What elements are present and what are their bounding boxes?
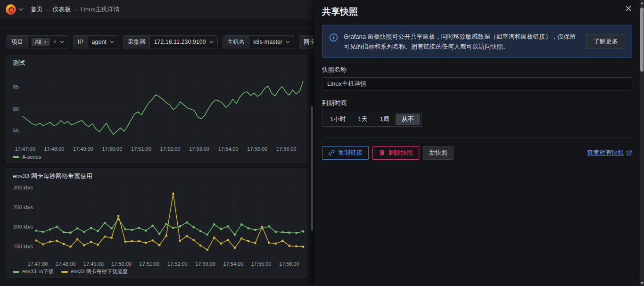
- svg-text:17:49:00: 17:49:00: [73, 146, 93, 152]
- filter-hostname-value[interactable]: k8s-master: [249, 36, 294, 48]
- expire-label: 到期时间: [322, 99, 632, 107]
- panel-ens33-bandwidth: ens33 网卡每秒网络带宽使用 150 kb/s200 kb/s250 kb/…: [7, 168, 307, 278]
- drawer-actions: 复制链接 删除快照 新快照 查看所有快照: [314, 138, 640, 160]
- chevron-down-icon: [110, 41, 114, 43]
- drawer-title: 共享快照: [322, 6, 358, 18]
- breadcrumb-item[interactable]: 仪表板: [52, 5, 71, 14]
- filter-collector-selected: 172.16.11.230:9100: [154, 39, 206, 45]
- legend-series-name: ens33 网卡每秒下载流量: [71, 268, 128, 275]
- delete-snapshot-button[interactable]: 删除快照: [372, 146, 419, 160]
- scroll-up-icon[interactable]: [640, 0, 644, 6]
- filter-collector-value[interactable]: 172.16.11.230:9100: [150, 36, 217, 48]
- filter-project-label: 项目: [7, 36, 28, 48]
- snapshot-name-input[interactable]: [322, 77, 632, 90]
- filter-row: 项目All××IPagent采集器172.16.11.230:9100主机名k8…: [7, 35, 314, 49]
- svg-text:17:56:00: 17:56:00: [279, 261, 299, 267]
- alert-text: Grafana 面板快照可公开共享面板，同时移除敏感数据（如查询和面板链接），仅…: [344, 32, 581, 52]
- svg-text:17:54:00: 17:54:00: [218, 146, 239, 152]
- svg-text:17:55:00: 17:55:00: [251, 261, 272, 267]
- grafana-logo-icon[interactable]: [6, 4, 16, 15]
- nav-chevron-down-icon[interactable]: [19, 8, 23, 11]
- link-icon: [328, 149, 335, 156]
- legend-item[interactable]: ens33 网卡每秒下载流量: [61, 268, 128, 275]
- copy-link-button[interactable]: 复制链接: [322, 146, 369, 160]
- filter-ip-value[interactable]: agent: [88, 36, 118, 48]
- share-snapshot-drawer: 共享快照 Grafana 面板快照可公开共享面板，同时移除敏感数据（如查询和面板…: [314, 0, 640, 286]
- expire-radio-group: 1小时1天1周从不: [322, 112, 422, 127]
- svg-text:55: 55: [13, 128, 19, 133]
- panel-title[interactable]: ens33 网卡每秒网络带宽使用: [13, 172, 92, 180]
- filter-tag[interactable]: All×: [32, 38, 50, 46]
- svg-text:200 kb/s: 200 kb/s: [13, 224, 33, 229]
- tag-remove-icon[interactable]: ×: [43, 39, 46, 45]
- svg-text:17:55:00: 17:55:00: [247, 146, 267, 152]
- svg-text:17:53:00: 17:53:00: [195, 261, 215, 267]
- snapshot-form: 快照名称 到期时间 1小时1天1周从不: [314, 65, 640, 127]
- filter-ip: IPagent: [73, 35, 118, 49]
- close-icon[interactable]: [626, 5, 632, 11]
- legend-item[interactable]: ens33_in下载: [13, 268, 54, 275]
- expire-option-2[interactable]: 1周: [373, 114, 395, 125]
- svg-text:17:49:00: 17:49:00: [83, 261, 104, 267]
- filter-collector: 采集器172.16.11.230:9100: [123, 35, 218, 49]
- view-all-snapshots-link[interactable]: 查看所有快照: [587, 148, 632, 157]
- chart-canvas-ens33[interactable]: 150 kb/s200 kb/s250 kb/s300 kb/s17:47:00…: [7, 169, 307, 278]
- legend-color-chip: [61, 271, 68, 273]
- scrollbar-thumb[interactable]: [640, 8, 644, 72]
- breadcrumb-item[interactable]: 首页: [31, 5, 43, 14]
- svg-text:17:50:00: 17:50:00: [102, 146, 122, 152]
- svg-text:65: 65: [13, 84, 19, 90]
- filter-hostname-label: 主机名: [223, 36, 250, 48]
- legend-color-chip: [13, 156, 19, 158]
- svg-text:17:51:00: 17:51:00: [140, 261, 160, 267]
- filter-project: 项目All××: [7, 35, 68, 49]
- svg-text:17:48:00: 17:48:00: [56, 261, 76, 267]
- expire-option-3[interactable]: 从不: [396, 114, 420, 125]
- filter-project-value[interactable]: All××: [28, 36, 68, 48]
- svg-text:300 kb/s: 300 kb/s: [13, 185, 33, 190]
- breadcrumb-item[interactable]: Linux主机详情: [81, 5, 120, 14]
- svg-text:17:47:00: 17:47:00: [15, 146, 35, 152]
- chevron-down-icon: [209, 41, 214, 43]
- svg-text:17:53:00: 17:53:00: [189, 146, 209, 152]
- legend-item[interactable]: A-series: [13, 154, 41, 160]
- drawer-header: 共享快照: [314, 0, 640, 23]
- chart-legend: A-series: [13, 154, 41, 160]
- scroll-down-icon[interactable]: [640, 280, 644, 286]
- expire-option-1[interactable]: 1天: [352, 114, 373, 125]
- copy-link-label: 复制链接: [338, 148, 363, 157]
- svg-text:17:56:00: 17:56:00: [276, 146, 297, 152]
- filter-hostname: 主机名k8s-master: [223, 35, 294, 49]
- view-all-label: 查看所有快照: [587, 148, 624, 157]
- trash-icon: [379, 149, 385, 156]
- panel-test: 测试 55606517:47:0017:48:0017:49:0017:50:0…: [7, 55, 307, 163]
- svg-text:17:47:00: 17:47:00: [28, 261, 48, 267]
- svg-text:17:48:00: 17:48:00: [44, 146, 64, 152]
- svg-text:17:50:00: 17:50:00: [111, 261, 132, 267]
- breadcrumb: 首页›仪表板›Linux主机详情: [31, 5, 120, 14]
- panel-title[interactable]: 测试: [13, 59, 25, 67]
- clear-icon[interactable]: ×: [53, 39, 57, 45]
- top-nav: 首页›仪表板›Linux主机详情: [0, 0, 314, 19]
- browser-scrollbar[interactable]: [640, 0, 644, 286]
- new-snapshot-label: 新快照: [429, 148, 447, 157]
- filter-ip-selected: agent: [92, 39, 107, 45]
- legend-series-name: ens33_in下载: [22, 268, 54, 275]
- breadcrumb-separator: ›: [47, 6, 49, 13]
- delete-snapshot-label: 删除快照: [388, 148, 413, 157]
- chevron-down-icon: [286, 41, 290, 43]
- svg-text:150 kb/s: 150 kb/s: [13, 244, 33, 249]
- svg-text:17:52:00: 17:52:00: [160, 146, 181, 152]
- learn-more-button[interactable]: 了解更多: [586, 34, 625, 49]
- expire-option-0[interactable]: 1小时: [324, 114, 352, 125]
- filter-tag-label: All: [35, 39, 41, 45]
- breadcrumb-separator: ›: [74, 6, 76, 13]
- filter-ip-label: IP: [74, 36, 88, 48]
- legend-color-chip: [13, 271, 19, 273]
- new-snapshot-button[interactable]: 新快照: [423, 146, 454, 160]
- svg-text:17:52:00: 17:52:00: [167, 261, 188, 267]
- dashboard-scrollbar[interactable]: [311, 106, 313, 231]
- chart-canvas-test[interactable]: 55606517:47:0017:48:0017:49:0017:50:0017…: [7, 56, 307, 162]
- svg-text:60: 60: [13, 106, 19, 112]
- chevron-down-icon: [60, 41, 64, 43]
